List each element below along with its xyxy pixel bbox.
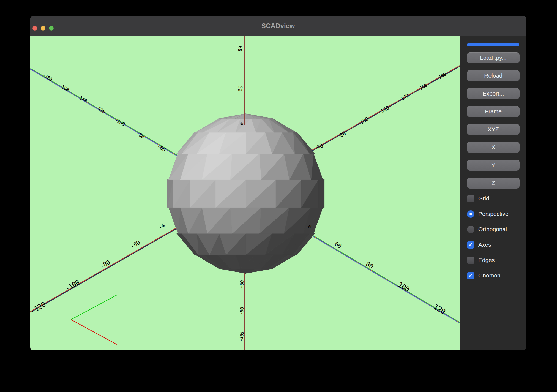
reload-button[interactable]: Reload	[467, 70, 520, 81]
sidebar: Load .py... Reload Export... Frame XYZ X…	[460, 36, 526, 350]
axis-tick-label: 0	[307, 223, 312, 230]
gnomon-toggle-row: Gnomon	[467, 272, 501, 279]
load-py-button[interactable]: Load .py...	[467, 52, 520, 63]
z-button[interactable]: Z	[467, 178, 520, 189]
orthogonal-radio[interactable]	[467, 226, 474, 233]
app-window: SCADview -180-160-140-120-100-80-6060801…	[30, 16, 526, 350]
gnomon-checkbox[interactable]	[467, 272, 474, 279]
orthogonal-label: Orthogonal	[478, 226, 507, 233]
perspective-radio[interactable]	[467, 210, 474, 218]
xyz-button[interactable]: XYZ	[467, 124, 520, 135]
export-button[interactable]: Export...	[467, 88, 520, 99]
perspective-label: Perspective	[478, 211, 509, 217]
gnomon-label: Gnomon	[478, 272, 501, 279]
axes-toggle-row: Axes	[467, 241, 491, 249]
x-button[interactable]: X	[467, 142, 520, 153]
edges-label: Edges	[478, 257, 495, 263]
grid-checkbox[interactable]	[467, 195, 474, 202]
perspective-toggle-row: Perspective	[467, 210, 509, 218]
frame-button[interactable]: Frame	[467, 106, 520, 117]
edges-toggle-row: Edges	[467, 256, 495, 264]
viewport-3d[interactable]: -180-160-140-120-100-80-606080100120-120…	[30, 36, 460, 350]
orthogonal-toggle-row: Orthogonal	[467, 225, 507, 233]
y-button[interactable]: Y	[467, 160, 520, 171]
window-title: SCADview	[30, 16, 526, 36]
axes-label: Axes	[478, 241, 491, 248]
axes-checkbox[interactable]	[467, 241, 474, 249]
axis-labels-front: 00	[30, 36, 460, 350]
axis-tick-label: 0	[239, 122, 244, 125]
progress-bar	[467, 43, 519, 46]
grid-toggle-row: Grid	[467, 195, 489, 202]
title-bar[interactable]: SCADview	[30, 16, 526, 36]
edges-checkbox[interactable]	[467, 257, 474, 264]
grid-label: Grid	[478, 195, 489, 202]
